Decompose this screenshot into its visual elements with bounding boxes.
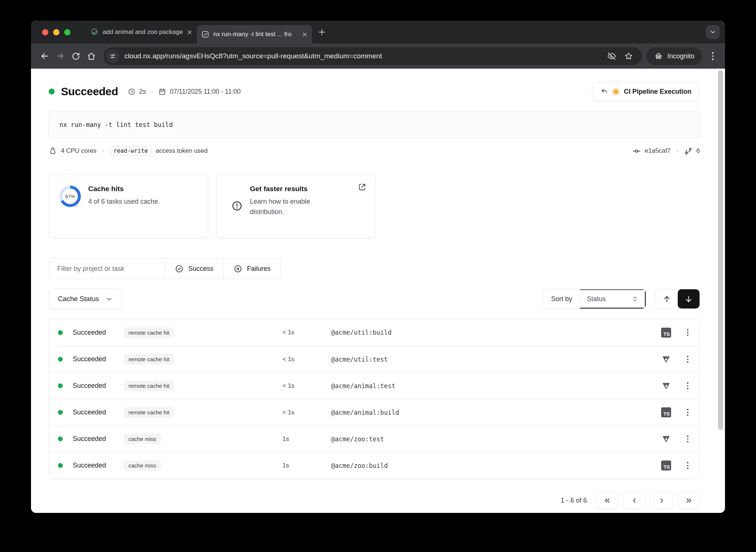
table-row[interactable]: Succeeded remote cache hit < 1s @acme/ut… [49, 319, 700, 346]
sort-direction-toggle [656, 289, 700, 309]
row-menu-kebab-icon[interactable] [685, 460, 691, 471]
filter-bar: Success Failures [49, 258, 281, 279]
previous-page-button[interactable] [623, 491, 645, 509]
cache-status-dropdown[interactable]: Cache Status [49, 289, 122, 309]
separator-dot [102, 150, 104, 152]
sort-value-dropdown[interactable]: Status [580, 289, 646, 308]
run-status-dot [49, 89, 55, 94]
task-name: @acme/util:build [331, 329, 655, 336]
url-text[interactable]: cloud.nx.app/runs/agsvEHsQc8?utm_source=… [124, 52, 602, 60]
first-page-button[interactable] [596, 491, 618, 509]
cache-status-badge: cache miss [124, 434, 161, 444]
run-date-range: 07/11/2025 11:00 - 11:00 [170, 88, 241, 96]
cache-status-badge: remote cache hit [124, 380, 174, 391]
page-title: Succeeded [61, 85, 118, 98]
task-name: @acme/animal:test [331, 382, 655, 390]
minimize-window-button[interactable] [53, 29, 59, 35]
row-status-label: Succeeded [73, 462, 124, 469]
get-faster-results-card[interactable]: Get faster results Learn how to enable d… [216, 174, 376, 238]
undo-arrow-icon [601, 88, 608, 95]
scrollbar-thumb[interactable] [718, 70, 723, 430]
tab-search-chevron-button[interactable] [706, 25, 720, 39]
sort-by-label: Sort by [543, 289, 580, 308]
next-page-button[interactable] [650, 491, 673, 509]
filter-input[interactable] [57, 265, 157, 273]
chevron-down-icon [106, 296, 113, 303]
task-duration: 1s [282, 462, 331, 469]
calendar-icon [158, 88, 166, 96]
cache-hits-title: Cache hits [88, 185, 160, 193]
cache-hits-card: 67% Cache hits 4 of 6 tasks used cache. [49, 174, 208, 238]
cache-status-badge: remote cache hit [124, 354, 174, 365]
tab-title: add animal and zoo packages [103, 28, 183, 36]
command-text: nx run-many -t lint test build [59, 121, 173, 128]
table-row[interactable]: Succeeded remote cache hit < 1s @acme/ut… [49, 346, 700, 372]
pipeline-status-dot [614, 89, 618, 94]
reload-icon[interactable] [68, 48, 83, 64]
browser-window: add animal and zoo packages nx run-many … [31, 21, 725, 513]
row-status-label: Succeeded [73, 382, 124, 390]
browser-menu-kebab-icon[interactable] [707, 52, 719, 60]
close-window-button[interactable] [42, 29, 48, 35]
incognito-icon [654, 52, 663, 61]
task-duration: < 1s [282, 356, 331, 363]
tab-title: nx run-many -t lint test ... fro [213, 31, 298, 38]
tab-close-icon[interactable] [302, 32, 307, 37]
cache-hits-subtitle: 4 of 6 tasks used cache. [88, 197, 160, 207]
back-icon[interactable] [37, 48, 52, 64]
table-row[interactable]: Succeeded remote cache hit < 1s @acme/an… [49, 372, 700, 399]
tab-pull-request[interactable]: add animal and zoo packages [86, 21, 197, 44]
row-status-dot [58, 383, 63, 388]
success-filter-label: Success [188, 265, 213, 273]
row-status-label: Succeeded [73, 329, 124, 337]
home-icon[interactable] [83, 48, 99, 64]
row-menu-kebab-icon[interactable] [685, 353, 691, 365]
new-tab-button[interactable] [318, 28, 326, 36]
table-row[interactable]: Succeeded cache miss 1s @acme/zoo:test T… [49, 425, 700, 452]
linux-penguin-icon [49, 147, 57, 155]
forward-icon[interactable] [52, 48, 68, 64]
cpu-cores-label: 4 CPU cores [61, 147, 96, 155]
row-status-dot [58, 330, 63, 335]
table-row[interactable]: Succeeded cache miss 1s @acme/zoo:build … [49, 452, 700, 479]
address-bar[interactable]: cloud.nx.app/runs/agsvEHsQc8?utm_source=… [103, 47, 642, 65]
sort-ascending-button[interactable] [656, 289, 678, 308]
sort-value-text: Status [587, 295, 606, 303]
row-status-dot [58, 463, 63, 468]
bookmark-star-icon[interactable] [624, 52, 633, 61]
command-box: nx run-many -t lint test build [49, 111, 700, 138]
separator-dot [151, 91, 153, 92]
failures-filter-button[interactable]: Failures [223, 259, 281, 279]
tab-strip: add animal and zoo packages nx run-many … [31, 21, 725, 44]
row-status-dot [58, 437, 63, 441]
row-menu-kebab-icon[interactable] [685, 407, 691, 418]
row-menu-kebab-icon[interactable] [685, 433, 691, 444]
table-row[interactable]: Succeeded remote cache hit < 1s @acme/an… [49, 399, 700, 425]
check-circle-icon [175, 265, 183, 273]
sort-descending-button[interactable] [678, 289, 700, 308]
cache-hit-percent: 67% [65, 194, 75, 199]
vcs-count[interactable]: 6 [697, 147, 700, 155]
row-menu-kebab-icon[interactable] [685, 327, 691, 338]
row-menu-kebab-icon[interactable] [685, 380, 691, 391]
site-settings-icon[interactable] [106, 49, 120, 63]
external-link-icon [358, 183, 367, 192]
last-page-button[interactable] [678, 491, 700, 509]
cache-status-badge: remote cache hit [124, 407, 174, 418]
eye-off-icon[interactable] [607, 52, 616, 61]
task-duration: 1s [282, 435, 331, 443]
sort-select: Sort by Status [543, 289, 646, 309]
row-status-label: Succeeded [73, 408, 124, 416]
zoom-window-button[interactable] [64, 29, 71, 35]
success-filter-button[interactable]: Success [165, 259, 223, 279]
task-duration: < 1s [282, 382, 331, 390]
commit-sha[interactable]: e1a5caf7 [645, 147, 671, 155]
task-name: @acme/util:test [331, 356, 655, 363]
pagination-range-label: 1 - 6 of 6 [561, 497, 587, 504]
chevrons-up-down-icon [632, 296, 638, 302]
tab-close-icon[interactable] [187, 30, 192, 35]
ci-pipeline-execution-button[interactable]: CI Pipeline Execution [592, 82, 700, 101]
faster-results-title: Get faster results [250, 185, 342, 193]
tab-nx-run[interactable]: nx run-many -t lint test ... fro [197, 25, 312, 44]
clock-icon [128, 88, 135, 96]
